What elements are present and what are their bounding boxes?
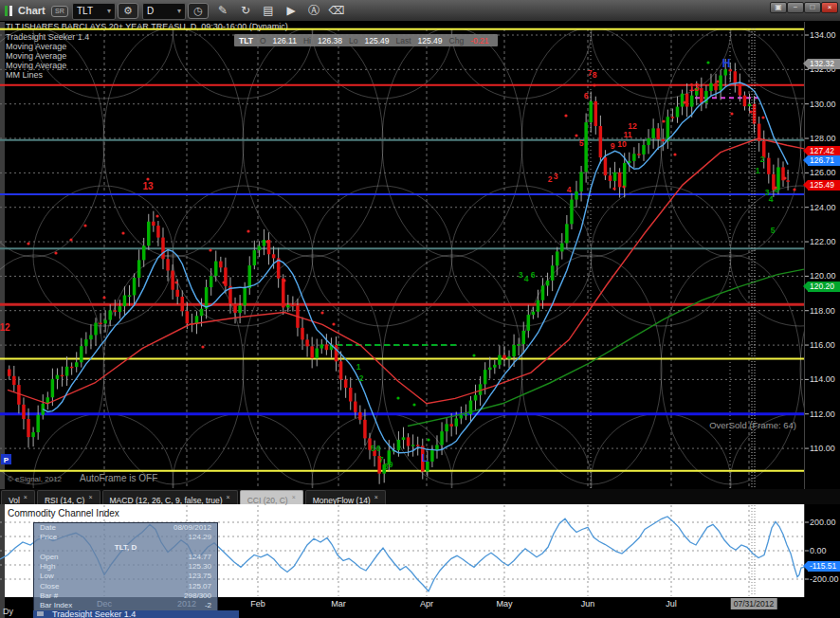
tab-rsi[interactable]: RSI (14, C)×: [37, 490, 100, 504]
data-window-row: High125.30: [34, 562, 217, 572]
oversold-label: OverSold (Frame: 64): [607, 420, 796, 430]
inspector-field-label: Last: [395, 36, 411, 45]
cci-tick-label: -200.00: [810, 574, 840, 584]
time-axis-label: Feb: [250, 599, 265, 609]
status-left-label: Dy: [3, 607, 13, 616]
price-tick-label: 124.00: [810, 203, 840, 212]
data-window-row: Low123.75: [34, 572, 217, 581]
inspector-field-label: Hi: [303, 36, 311, 45]
tab-cci[interactable]: CCI (20, C)×: [240, 490, 303, 504]
price-tick-label: 126.00: [810, 168, 840, 177]
time-axis-label: Mar: [331, 599, 346, 609]
symbol-dropdown[interactable]: TLT▾: [72, 3, 116, 20]
price-tick-label: 130.00: [810, 100, 840, 109]
draw-button[interactable]: ✎: [214, 3, 231, 18]
pencil-icon: ✎: [218, 4, 228, 17]
seeker-footer-icon: [37, 611, 44, 616]
window-title: Chart: [18, 3, 46, 18]
chart-title: TLT,ISHARES BARCLAYS 20+ YEAR TREASU, D,…: [6, 22, 288, 31]
data-window-row: Price124.29: [34, 533, 217, 542]
toolbar: Chart SR TLT▾ ⚙ D▾ ◷ ✎ ↻ ▤ ▶ Ⓐ ⌫ ▣ − □ ×: [0, 0, 840, 22]
tab-close-icon[interactable]: ×: [292, 494, 296, 500]
tab-macd[interactable]: MACD (12, 26, C, 9, false, true)×: [102, 490, 238, 504]
cci-value-badge: -115.51: [808, 561, 840, 572]
sr-badge: SR: [51, 6, 68, 17]
autoframe-button[interactable]: Ⓐ: [305, 3, 322, 18]
price-tick-label: 116.00: [810, 340, 840, 350]
chart-window: Chart SR TLT▾ ⚙ D▾ ◷ ✎ ↻ ▤ ▶ Ⓐ ⌫ ▣ − □ ×…: [0, 0, 840, 618]
inspector-field-value: -0.21: [470, 36, 488, 45]
chevron-down-icon: ▾: [107, 4, 111, 19]
data-window-row: Open124.77: [34, 553, 217, 562]
tab-close-icon[interactable]: ×: [227, 494, 230, 500]
inspector-field-value: 126.38: [318, 36, 342, 45]
time-template-button[interactable]: ◷: [188, 3, 209, 19]
gear-icon: ⚙: [123, 5, 133, 16]
price-tick-label: 114.00: [810, 374, 840, 384]
copyright-label: © eSignal, 2012: [8, 475, 62, 483]
data-window-overlay: Date08/09/2012Price124.29TLT, DOpen124.7…: [33, 522, 218, 612]
price-tick-label: 118.00: [810, 306, 840, 316]
play-button[interactable]: ▶: [283, 3, 300, 18]
refresh-icon: ↻: [241, 4, 250, 17]
price-tick-label: 128.00: [810, 134, 840, 143]
data-inspector-bar: TLT O126.11Hi126.38Lo125.49Last125.49Chg…: [234, 34, 498, 46]
price-badge: 120.20: [808, 282, 840, 292]
data-window-row: Bar #298/300: [34, 591, 217, 601]
study-label-ma2: Moving Average: [6, 51, 66, 61]
main-chart-background: [0, 21, 840, 489]
inspector-field-value: 125.49: [418, 36, 443, 45]
quote-board-icon: ▤: [263, 4, 273, 17]
price-tick-label: 134.00: [810, 30, 840, 40]
axis-divider: [804, 21, 805, 597]
eraser-button[interactable]: ⌫: [328, 3, 345, 18]
tab-moneyflow[interactable]: MoneyFlow (14)×: [305, 490, 386, 504]
chart-app-icon: [5, 5, 12, 16]
interval-dropdown[interactable]: D▾: [142, 3, 186, 20]
price-tick-label: 120.00: [810, 271, 840, 281]
inspector-field-label: Chg: [449, 36, 465, 45]
study-label-ma1: Moving Average: [6, 42, 66, 51]
study-label-mm-lines: MM Lines: [6, 70, 43, 80]
indicator-tab-bar: Vol×RSI (14, C)×MACD (12, 26, C, 9, fals…: [0, 489, 840, 504]
time-axis-label: Apr: [420, 599, 433, 609]
cci-tick-label: 200.00: [810, 518, 840, 527]
auto-a-icon: Ⓐ: [308, 4, 320, 17]
clock-icon: ◷: [193, 5, 203, 16]
price-badge: 125.49: [808, 180, 840, 191]
maximize-button[interactable]: □: [804, 2, 821, 13]
autoframe-status-label: AutoFrame is OFF: [80, 473, 157, 483]
tab-vol[interactable]: Vol×: [1, 490, 35, 504]
cursor-date-badge: 07/31/2012: [731, 598, 777, 609]
study-label-seeker: Tradesight Seeker 1.4: [6, 32, 89, 42]
cci-tick-label: 0.00: [810, 546, 840, 555]
data-window-title: TLT, D: [34, 543, 217, 553]
price-badge: 132.32: [808, 59, 840, 69]
study-label-ma3: Moving Average: [6, 61, 66, 70]
refresh-button[interactable]: ↻: [237, 3, 254, 18]
symbol-settings-button[interactable]: ⚙: [118, 3, 138, 19]
tab-close-icon[interactable]: ×: [88, 494, 92, 500]
data-window-row: Close125.07: [34, 582, 217, 591]
cci-panel-title: Commodity Channel Index: [8, 508, 119, 518]
price-tick-label: 112.00: [810, 409, 840, 419]
quote-board-button[interactable]: ▤: [260, 3, 277, 18]
inspector-field-label: O: [260, 36, 266, 45]
tab-close-icon[interactable]: ×: [24, 494, 27, 500]
play-icon: ▶: [286, 4, 295, 17]
price-tick-label: 122.00: [810, 237, 840, 246]
time-axis-label: Jul: [666, 599, 677, 609]
minimize-button[interactable]: −: [787, 2, 804, 13]
data-window-row: Date08/09/2012: [34, 523, 217, 533]
inspector-symbol: TLT: [239, 36, 253, 45]
restore-button[interactable]: ▣: [770, 2, 787, 13]
price-tick-label: 110.00: [810, 444, 840, 453]
time-axis-label: May: [496, 599, 512, 609]
window-left-border: [0, 21, 5, 618]
close-button[interactable]: ×: [821, 2, 838, 13]
tab-close-icon[interactable]: ×: [374, 494, 378, 500]
inspector-field-label: Lo: [349, 36, 357, 45]
inspector-field-value: 126.11: [273, 36, 297, 45]
seeker-footer-bar[interactable]: Tradesight Seeker 1.4: [33, 610, 239, 618]
chevron-down-icon: ▾: [177, 4, 181, 19]
